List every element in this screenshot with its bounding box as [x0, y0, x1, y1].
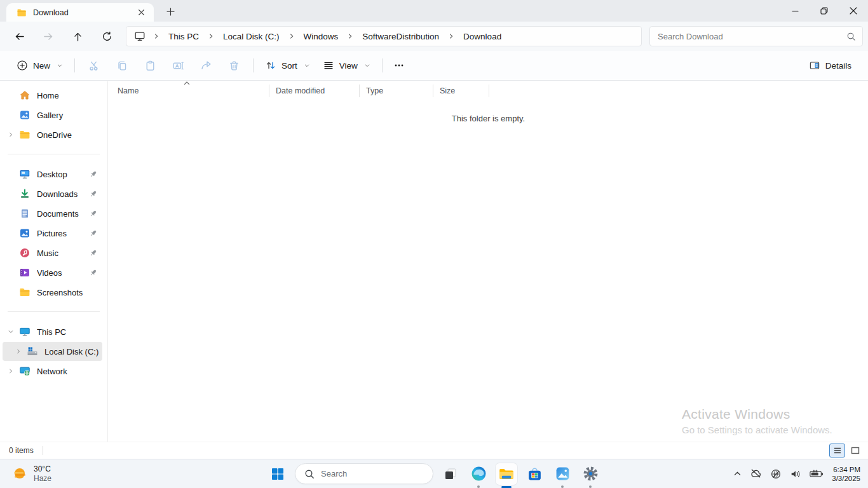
column-headers: Name Date modified Type Size — [109, 83, 868, 98]
sidebar-divider — [8, 311, 100, 312]
tab-close-icon[interactable] — [133, 5, 149, 20]
rename-button[interactable] — [164, 54, 192, 77]
large-icons-view-toggle[interactable] — [847, 444, 863, 458]
cut-button[interactable] — [80, 54, 108, 77]
new-button[interactable]: New — [10, 55, 69, 76]
volume-icon[interactable] — [787, 464, 804, 484]
restore-button[interactable] — [810, 0, 839, 22]
task-view-button[interactable] — [440, 463, 461, 485]
back-button[interactable] — [5, 25, 33, 48]
column-header-name[interactable]: Name — [109, 85, 269, 97]
view-list-icon — [323, 60, 334, 71]
documents-icon — [19, 208, 31, 219]
sidebar-item-screenshots[interactable]: Screenshots — [3, 283, 102, 302]
chevron-down-icon — [57, 62, 63, 69]
column-header-size[interactable]: Size — [433, 85, 489, 97]
sidebar-item-home[interactable]: Home — [3, 86, 102, 105]
settings-button[interactable] — [580, 463, 601, 485]
details-button-label: Details — [825, 61, 851, 71]
pin-icon — [88, 189, 98, 199]
tray-chevron-up-icon[interactable] — [730, 464, 745, 484]
breadcrumb-download[interactable]: Download — [458, 29, 506, 44]
edge-browser-button[interactable] — [468, 463, 489, 485]
local-disk-icon — [27, 346, 38, 357]
taskbar-search-label: Search — [321, 469, 347, 478]
location-monitor-icon[interactable] — [130, 28, 149, 44]
view-button[interactable]: View — [316, 55, 377, 76]
videos-icon — [19, 267, 31, 278]
copy-button[interactable] — [108, 54, 136, 77]
close-button[interactable] — [839, 0, 868, 22]
breadcrumb-this-pc[interactable]: This PC — [163, 29, 204, 44]
breadcrumb-windows[interactable]: Windows — [299, 29, 344, 44]
command-bar: New — [0, 51, 868, 81]
chevron-right-icon[interactable] — [3, 131, 19, 139]
explorer-tab[interactable]: Download — [6, 3, 154, 22]
up-button[interactable] — [64, 25, 92, 48]
chevron-right-icon[interactable] — [3, 367, 19, 375]
toolbar-divider — [74, 58, 75, 72]
battery-charging-icon[interactable] — [806, 464, 827, 484]
music-icon — [19, 247, 31, 259]
delete-button[interactable] — [220, 54, 248, 77]
chevron-right-icon — [149, 32, 163, 41]
minimize-button[interactable] — [780, 0, 810, 22]
file-explorer-button[interactable] — [496, 463, 517, 485]
chevron-right-icon — [285, 32, 299, 41]
sidebar-item-desktop[interactable]: Desktop — [3, 165, 102, 184]
running-indicator — [589, 485, 592, 488]
system-tray: 6:34 PM 3/3/2025 — [730, 459, 864, 488]
onedrive-cloud-off-icon[interactable] — [747, 464, 765, 484]
watermark-subtitle: Go to Settings to activate Windows. — [682, 424, 832, 435]
chevron-right-icon[interactable] — [10, 348, 27, 355]
sidebar-item-onedrive[interactable]: OneDrive — [3, 125, 102, 144]
forward-button[interactable] — [34, 25, 62, 48]
clock[interactable]: 6:34 PM 3/3/2025 — [829, 465, 864, 483]
refresh-button[interactable] — [93, 25, 121, 48]
sidebar-item-pictures[interactable]: Pictures — [3, 224, 102, 243]
chevron-right-icon — [343, 32, 357, 41]
taskbar: 30°C Haze Search — [0, 459, 868, 488]
toolbar-divider — [253, 58, 254, 72]
column-separator — [489, 85, 489, 97]
search-icon[interactable] — [846, 32, 856, 41]
column-header-type[interactable]: Type — [359, 85, 433, 97]
breadcrumb-software-distribution[interactable]: SoftwareDistribution — [357, 29, 444, 44]
sort-ascending-icon — [184, 81, 190, 85]
share-button[interactable] — [192, 54, 220, 77]
pin-icon — [88, 248, 98, 258]
sidebar-item-videos[interactable]: Videos — [3, 263, 102, 282]
pin-icon — [88, 209, 98, 219]
sidebar-item-gallery[interactable]: Gallery — [3, 105, 102, 125]
this-pc-icon — [19, 326, 31, 337]
more-options-button[interactable] — [388, 54, 410, 77]
details-view-toggle[interactable] — [829, 444, 845, 458]
downloads-icon — [19, 188, 31, 200]
sort-button[interactable]: Sort — [259, 55, 316, 76]
sidebar-item-local-disk-c[interactable]: Local Disk (C:) — [3, 342, 102, 361]
onedrive-folder-icon — [19, 129, 31, 140]
desktop-icon — [19, 168, 31, 180]
photos-button[interactable] — [552, 463, 573, 485]
breadcrumb-local-disk[interactable]: Local Disk (C:) — [218, 29, 285, 44]
weather-widget[interactable]: 30°C Haze — [8, 459, 55, 488]
sidebar-item-music[interactable]: Music — [3, 243, 102, 262]
sidebar-item-network[interactable]: Network — [3, 362, 102, 381]
sort-icon — [265, 60, 276, 71]
paste-button[interactable] — [136, 54, 164, 77]
running-indicator — [561, 485, 564, 488]
column-header-date-modified[interactable]: Date modified — [269, 85, 359, 97]
explorer-search-input[interactable] — [658, 32, 846, 41]
start-button[interactable] — [267, 463, 288, 485]
new-tab-button[interactable] — [163, 4, 178, 19]
chevron-down-icon[interactable] — [3, 328, 19, 336]
sidebar-item-documents[interactable]: Documents — [3, 204, 102, 223]
explorer-search-box[interactable] — [649, 26, 863, 46]
taskbar-search[interactable]: Search — [295, 463, 433, 484]
sidebar-item-this-pc[interactable]: This PC — [3, 322, 102, 341]
breadcrumb[interactable]: This PC Local Disk (C:) Windows Software… — [126, 26, 642, 46]
details-pane-button[interactable]: Details — [803, 55, 858, 76]
network-no-internet-icon[interactable] — [767, 464, 785, 484]
microsoft-store-button[interactable] — [524, 463, 545, 485]
sidebar-item-downloads[interactable]: Downloads — [3, 184, 102, 203]
